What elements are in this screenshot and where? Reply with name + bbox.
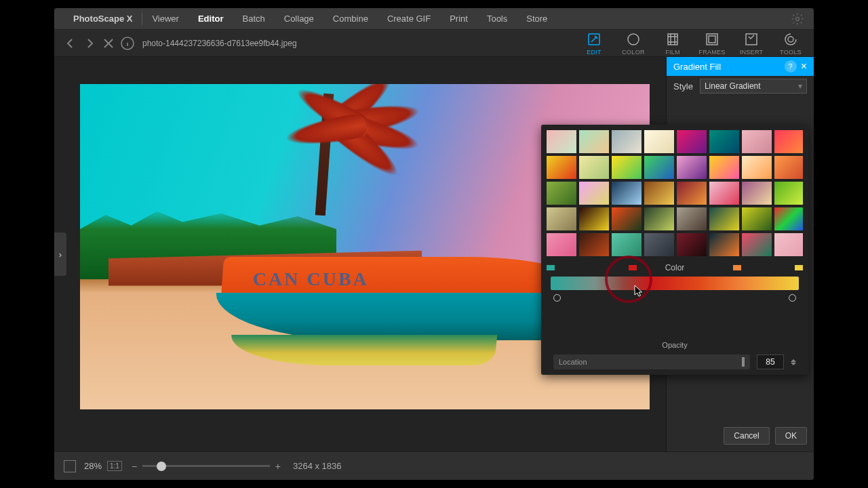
gear-icon[interactable] <box>791 12 804 26</box>
tab-print[interactable]: Print <box>440 8 477 30</box>
gradient-swatch[interactable] <box>774 130 803 153</box>
sidebar-toggle[interactable]: › <box>54 232 66 276</box>
gradient-swatch[interactable] <box>709 156 739 179</box>
gradient-swatch[interactable] <box>742 182 772 205</box>
gradient-swatch[interactable] <box>579 207 609 230</box>
tooltab-frames[interactable]: FRAMES <box>696 31 728 56</box>
swatch-grid <box>547 130 803 256</box>
tooltab-tools[interactable]: TOOLS <box>774 31 807 56</box>
tab-store[interactable]: Store <box>517 8 557 30</box>
gradient-stop[interactable] <box>547 270 554 278</box>
zoom-slider[interactable]: − + <box>132 461 281 472</box>
panel-title: Gradient Fill <box>673 62 721 72</box>
tooltab-label: COLOR <box>622 49 645 56</box>
gradient-swatch[interactable] <box>612 207 642 230</box>
gradient-swatch[interactable] <box>612 233 642 256</box>
info-icon[interactable] <box>119 35 136 52</box>
gradient-swatch[interactable] <box>644 130 674 153</box>
gradient-bar[interactable] <box>551 277 799 290</box>
gradient-swatch[interactable] <box>677 130 707 153</box>
location-step-up[interactable] <box>791 357 796 362</box>
gradient-swatch[interactable] <box>742 156 772 179</box>
frames-icon <box>704 31 720 47</box>
gradient-swatch[interactable] <box>677 182 707 205</box>
gradient-swatch[interactable] <box>774 233 803 256</box>
forward-icon[interactable] <box>81 35 98 52</box>
ok-button[interactable]: OK <box>775 427 807 445</box>
close-icon[interactable] <box>100 35 117 52</box>
style-select[interactable]: Linear Gradient <box>700 79 807 94</box>
cancel-button[interactable]: Cancel <box>724 427 769 445</box>
gradient-swatch[interactable] <box>742 130 772 153</box>
location-step-down[interactable] <box>791 363 796 368</box>
zoom-in-icon[interactable]: + <box>275 461 281 472</box>
gradient-swatch[interactable] <box>612 156 642 179</box>
gradient-swatch[interactable] <box>547 207 576 230</box>
gradient-stop[interactable] <box>629 270 636 278</box>
gradient-swatch[interactable] <box>547 233 576 256</box>
gradient-swatch[interactable] <box>677 207 707 230</box>
insert-icon <box>743 31 760 47</box>
gradient-swatch[interactable] <box>644 156 674 179</box>
back-icon[interactable] <box>62 35 79 52</box>
tooltab-edit[interactable]: EDIT <box>578 31 610 56</box>
gradient-swatch[interactable] <box>742 233 772 256</box>
zoom-percent: 28% <box>84 461 102 471</box>
gradient-swatch[interactable] <box>677 233 707 256</box>
tab-collage[interactable]: Collage <box>275 8 323 30</box>
gradient-swatch[interactable] <box>644 182 674 205</box>
color-label: Color <box>547 263 803 272</box>
gradient-swatch[interactable] <box>709 182 739 205</box>
svg-rect-4 <box>668 34 677 45</box>
tab-viewer[interactable]: Viewer <box>142 8 189 30</box>
zoom-out-icon[interactable]: − <box>132 461 137 472</box>
gradient-swatch[interactable] <box>774 182 803 205</box>
gradient-swatch[interactable] <box>579 156 609 179</box>
location-slider[interactable]: Location <box>553 354 750 369</box>
gradient-swatch[interactable] <box>774 156 803 179</box>
gradient-swatch[interactable] <box>579 233 609 256</box>
tooltab-label: EDIT <box>587 49 601 56</box>
gradient-stop[interactable] <box>795 270 802 278</box>
gradient-swatch[interactable] <box>742 207 772 230</box>
tooltab-film[interactable]: FILM <box>656 31 689 56</box>
gradient-swatch[interactable] <box>612 182 642 205</box>
gradient-stop[interactable] <box>734 270 741 278</box>
tooltab-color[interactable]: COLOR <box>617 31 650 56</box>
tab-editor[interactable]: Editor <box>189 8 233 30</box>
tooltab-label: FRAMES <box>698 49 725 56</box>
tab-create-gif[interactable]: Create GIF <box>378 8 440 30</box>
tab-combine[interactable]: Combine <box>323 8 378 30</box>
panel-close-icon[interactable]: × <box>801 60 807 73</box>
style-label: Style <box>673 81 693 92</box>
location-value[interactable]: 85 <box>757 354 784 369</box>
app-brand: PhotoScape X <box>64 8 142 30</box>
tab-batch[interactable]: Batch <box>233 8 275 30</box>
gradient-end-handle[interactable] <box>789 294 796 302</box>
gradient-swatch[interactable] <box>547 130 576 153</box>
gradient-swatch[interactable] <box>709 207 739 230</box>
gradient-swatch[interactable] <box>709 130 739 153</box>
opacity-label: Opacity <box>547 341 803 349</box>
gradient-swatch[interactable] <box>644 207 674 230</box>
compare-toggle[interactable] <box>64 460 76 472</box>
gradient-swatch[interactable] <box>579 130 609 153</box>
gradient-swatch[interactable] <box>709 233 739 256</box>
tab-tools[interactable]: Tools <box>477 8 517 30</box>
gradient-swatch[interactable] <box>547 182 576 205</box>
gradient-swatch[interactable] <box>579 182 609 205</box>
filename: photo-1444237236636-d7613ee9fb44.jpeg <box>142 39 297 48</box>
svg-rect-7 <box>746 34 757 45</box>
gradient-swatch[interactable] <box>644 233 674 256</box>
svg-point-8 <box>788 37 793 42</box>
color-icon <box>625 31 642 47</box>
gradient-swatch[interactable] <box>774 207 803 230</box>
gradient-swatch[interactable] <box>612 130 642 153</box>
gradient-swatch[interactable] <box>677 156 707 179</box>
gradient-start-handle[interactable] <box>553 294 561 302</box>
tooltab-label: TOOLS <box>780 49 802 56</box>
tooltab-insert[interactable]: INSERT <box>735 31 768 56</box>
zoom-1to1[interactable]: 1:1 <box>107 461 122 471</box>
gradient-swatch[interactable] <box>547 156 576 179</box>
help-icon[interactable]: ? <box>785 60 797 73</box>
